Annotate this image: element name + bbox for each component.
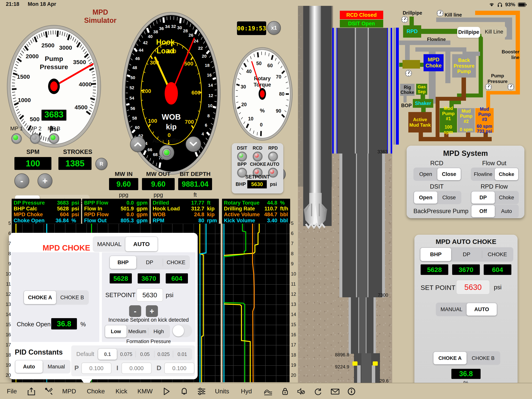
toolbar: File MPD Choke Kick KMW Units Hyd	[0, 383, 532, 399]
repeat-icon[interactable]	[314, 387, 322, 395]
menu-kmw[interactable]: KMW	[138, 388, 153, 395]
rcd-open[interactable]: Open	[414, 168, 437, 180]
tools-icon[interactable]	[45, 387, 53, 395]
rcd-close[interactable]: Close	[437, 168, 461, 180]
svg-text:40: 40	[246, 69, 252, 74]
lock-icon[interactable]	[282, 387, 288, 395]
ac-tab-choke[interactable]: CHOKE	[482, 248, 513, 261]
flowout-choke[interactable]: Choke	[495, 168, 518, 180]
bpp-off[interactable]: Off	[471, 205, 495, 217]
svg-text:700: 700	[185, 119, 194, 125]
svg-text:16: 16	[207, 73, 212, 77]
play-icon[interactable]	[163, 387, 170, 395]
pid-default-0.05[interactable]: 0.05	[136, 349, 154, 360]
speed-button[interactable]: x1	[267, 21, 281, 35]
ac-choke-a[interactable]: CHOKE A	[433, 352, 467, 364]
pid-default-0.01[interactable]: 0.01	[173, 349, 192, 360]
depth-tick-left: 7	[4, 241, 11, 246]
pid-default-0.1[interactable]: 0.1	[98, 349, 117, 360]
menu-mpd[interactable]: MPD	[62, 388, 76, 395]
sliders-icon[interactable]	[197, 387, 206, 395]
tab-dp[interactable]: DP	[136, 256, 163, 269]
waves-icon[interactable]	[264, 387, 273, 395]
bpp-label: BackPressure Pump	[413, 208, 469, 215]
setpoint-value: 5630	[251, 181, 263, 187]
choke-mode-manual[interactable]: MANUAL	[93, 237, 125, 251]
strokes-reset-button[interactable]: R	[95, 158, 108, 170]
menu-kick[interactable]: Kick	[115, 388, 127, 395]
svg-text:42: 42	[143, 40, 148, 45]
menu-units[interactable]: Units	[215, 388, 229, 395]
autodriller-down-button[interactable]	[186, 136, 201, 152]
pid-default-0.075[interactable]: 0.075	[117, 349, 136, 360]
choke-manifold[interactable]	[403, 60, 420, 69]
gas-sep-box[interactable]: GasSep	[416, 84, 427, 95]
rig-choke-box[interactable]: RigChoke	[400, 84, 415, 96]
rpdflow-choke[interactable]: Choke	[495, 192, 518, 204]
kick-medium[interactable]: Medium	[127, 325, 148, 337]
ac-choke-select: CHOKE A CHOKE B	[433, 351, 500, 365]
formation-pressure-toggle[interactable]	[172, 324, 192, 337]
mud-pump-3-box[interactable]: Mud Pump#360 spm733 psi	[475, 108, 494, 133]
rpdflow-dp[interactable]: DP	[471, 192, 495, 204]
menu-hyd[interactable]: Hyd	[241, 388, 252, 395]
bpp-auto[interactable]: Auto	[495, 205, 518, 217]
dsit-open[interactable]: Open	[414, 192, 437, 204]
ac-choke-b[interactable]: CHOKE B	[467, 352, 500, 364]
envelope-icon[interactable]	[331, 387, 339, 395]
choke-a-option[interactable]: CHOKE A	[24, 291, 56, 304]
ac-manual[interactable]: MANUAL	[436, 303, 467, 316]
active-mud-tank-box[interactable]: ActiveMud Tank	[408, 112, 432, 133]
valve-indicator-rpd[interactable]: RPD	[266, 146, 281, 161]
kill-line-toggle-box[interactable]: Kill Line	[481, 26, 507, 38]
kick-high[interactable]: High	[148, 325, 169, 337]
depth-tick-right: 5	[291, 220, 293, 226]
valve-indicator-rcd[interactable]: RCD	[250, 146, 265, 161]
p-input[interactable]: 0.100	[81, 363, 111, 374]
kick-low[interactable]: Low	[105, 325, 127, 337]
valve-indicator-dsit[interactable]: DSIT	[234, 146, 250, 161]
drillpipe-toggle-box[interactable]: Drillpipe	[457, 27, 480, 38]
back-pressure-pump-box[interactable]: BackPressurePump	[452, 54, 476, 77]
ac-setpoint-input[interactable]: 5630	[456, 280, 490, 294]
choke-mode-segment: MANUAL AUTO	[93, 236, 158, 252]
rpd-box[interactable]: RPD	[403, 25, 421, 38]
ac-tab-dp[interactable]: DP	[451, 248, 482, 261]
dsit-close[interactable]: Close	[437, 192, 461, 204]
ac-tab-bhp[interactable]: BHP	[420, 248, 451, 261]
flowout-flowline[interactable]: Flowline	[471, 168, 495, 180]
choke-b-option[interactable]: CHOKE B	[56, 291, 88, 304]
shaker-box[interactable]: Shaker	[413, 99, 433, 108]
info-icon[interactable]	[348, 387, 355, 395]
autodriller-up-button[interactable]	[130, 136, 146, 152]
setpoint-plus-button[interactable]: +	[146, 305, 158, 317]
svg-text:40: 40	[148, 34, 152, 39]
menu-file[interactable]: File	[7, 388, 17, 395]
autodriller-toggle-button[interactable]	[159, 145, 174, 160]
tab-choke[interactable]: CHOKE	[163, 256, 189, 269]
bell-icon[interactable]	[181, 387, 188, 395]
mw-label: MW IN	[109, 171, 138, 177]
spm-plus-button[interactable]: +	[38, 174, 52, 188]
pid-default-0.025[interactable]: 0.025	[154, 349, 173, 360]
dialog-setpoint-input[interactable]: 5630	[137, 288, 163, 302]
i-input[interactable]: 0.000	[121, 363, 152, 374]
svg-text:3500: 3500	[73, 59, 86, 65]
tab-bhp[interactable]: BHP	[110, 256, 136, 269]
depth-tick-left: 5	[4, 220, 11, 226]
pid-auto[interactable]: Auto	[15, 360, 43, 373]
menu-choke[interactable]: Choke	[87, 388, 105, 395]
d-input[interactable]: 0.100	[164, 363, 194, 374]
setpoint-minus-button[interactable]: -	[129, 305, 141, 317]
choke-mode-auto[interactable]: AUTO	[125, 237, 158, 251]
spm-minus-button[interactable]: -	[14, 174, 29, 188]
ac-auto[interactable]: AUTO	[467, 303, 497, 316]
pid-manual[interactable]: Manual	[43, 360, 70, 373]
mud-pump-1-box[interactable]: Mud Pump#1100 spm	[440, 108, 457, 133]
depth-tick-left: 14	[4, 312, 11, 317]
mpd-auto-choke-panel: MPD AUTO CHOKE BHP DP CHOKE 5628 3670 60…	[414, 235, 518, 388]
mpd-choke-box[interactable]: MPDChoke	[424, 54, 443, 71]
mud-pump-2-box[interactable]: Mud Pump#20 spm	[458, 108, 475, 133]
speaker-mute-icon[interactable]	[297, 387, 305, 395]
export-icon[interactable]	[28, 387, 35, 395]
